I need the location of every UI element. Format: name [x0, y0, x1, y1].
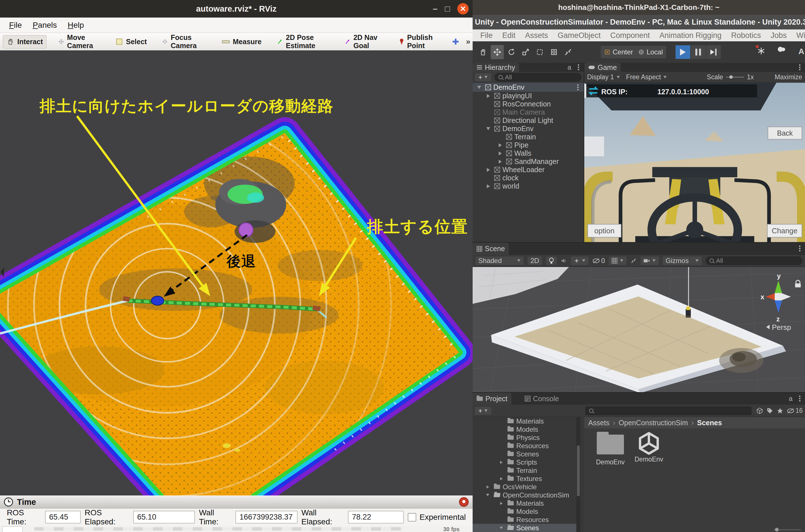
scene-menu-icon[interactable] [577, 87, 579, 88]
hierarchy-item[interactable]: world [473, 182, 584, 190]
hand-tool-button[interactable] [477, 45, 490, 59]
label-filter-button[interactable] [766, 407, 773, 414]
effects-dropdown[interactable] [571, 256, 588, 265]
expand-arrow-icon[interactable] [487, 184, 490, 188]
scene-visibility-button[interactable]: 0 [592, 257, 605, 265]
back-button[interactable]: Back [768, 127, 802, 139]
hierarchy-item[interactable]: Directional Light [473, 116, 584, 125]
scale-tool-button[interactable] [519, 45, 532, 59]
project-search-input[interactable] [585, 406, 751, 415]
menu-help[interactable]: Help [63, 21, 89, 30]
account-button[interactable]: A [799, 47, 804, 56]
menu-file[interactable]: File [475, 31, 497, 40]
project-create-button[interactable]: + [475, 407, 491, 415]
nav-goal-tool-button[interactable]: 2D Nav Goal [341, 31, 387, 52]
tab-console[interactable]: Console [521, 393, 563, 404]
project-tree-item[interactable]: Textures [473, 475, 580, 483]
publish-point-tool-button[interactable]: Publish Point [396, 31, 443, 52]
rect-tool-button[interactable] [533, 45, 546, 59]
hierarchy-item[interactable]: Terrain [473, 133, 584, 141]
expand-arrow-icon[interactable] [487, 168, 490, 172]
hierarchy-item[interactable]: WheelLoader [473, 166, 584, 174]
expand-arrow-icon[interactable] [499, 151, 502, 155]
breadcrumb-assets[interactable]: Assets [588, 419, 609, 427]
wall-elapsed-field[interactable]: 78.22 [348, 511, 403, 524]
ros-elapsed-field[interactable]: 65.10 [133, 511, 195, 524]
breadcrumb-scenes[interactable]: Scenes [697, 419, 722, 427]
menu-window[interactable]: Wind [791, 31, 805, 40]
tab-game[interactable]: Game [584, 63, 621, 72]
hierarchy-item[interactable]: playingUI [473, 92, 584, 100]
maximize-icon[interactable]: □ [445, 4, 450, 13]
change-button[interactable]: Change [767, 224, 802, 237]
hierarchy-item[interactable]: Main Camera [473, 108, 584, 116]
project-tree-item[interactable]: Materials [473, 417, 580, 425]
expand-arrow-icon[interactable] [500, 477, 503, 480]
scale-slider[interactable] [726, 77, 744, 78]
step-button[interactable] [706, 45, 721, 59]
project-tree-item[interactable]: Physics [473, 434, 580, 442]
package-filter-button[interactable] [756, 407, 763, 414]
hierarchy-item[interactable]: SandManager [473, 157, 584, 166]
lighting-toggle-button[interactable] [546, 256, 557, 265]
component-tools-button[interactable] [630, 258, 637, 264]
collapse-arrow-icon[interactable] [486, 494, 489, 496]
transform-tool-button[interactable] [547, 45, 561, 59]
menu-component[interactable]: Component [605, 31, 655, 40]
minimize-icon[interactable]: – [433, 4, 438, 13]
move-tool-button[interactable] [491, 45, 504, 59]
expand-arrow-icon[interactable] [499, 143, 502, 147]
hierarchy-search-input[interactable]: All [495, 73, 582, 81]
hierarchy-item[interactable]: Walls [473, 149, 584, 157]
lock-icon[interactable]: a [568, 63, 571, 71]
menu-file[interactable]: File [4, 21, 26, 30]
project-tree-item[interactable]: Resources [473, 442, 580, 450]
tab-scene[interactable]: Scene [473, 243, 509, 255]
menu-edit[interactable]: Edit [497, 31, 520, 40]
scene-menu-icon[interactable] [799, 248, 801, 249]
project-tree-item[interactable]: Scripts [473, 458, 580, 466]
project-tree-item[interactable]: Resources [473, 516, 580, 524]
menu-panels[interactable]: Panels [28, 21, 61, 30]
project-menu-icon[interactable] [799, 398, 801, 399]
hidden-items-button[interactable]: 16 [787, 407, 803, 415]
pivot-local-button[interactable]: Local [635, 46, 666, 58]
project-tree-item-selected[interactable]: Scenes [473, 524, 580, 532]
select-tool-button[interactable]: Select [112, 35, 150, 48]
pose-estimate-tool-button[interactable]: 2D Pose Estimate [273, 31, 333, 52]
time-panel-close-icon[interactable] [459, 497, 469, 507]
collapse-arrow-icon[interactable] [499, 527, 503, 529]
grid-dropdown[interactable] [609, 256, 626, 265]
expand-arrow-icon[interactable] [487, 94, 490, 98]
project-tree-item[interactable]: Models [473, 507, 580, 516]
wheel-loader-mini[interactable] [686, 307, 691, 318]
scene-3d-view[interactable]: y x z Persp [473, 267, 805, 393]
tab-hierarchy[interactable]: Hierarchy [473, 63, 519, 72]
menu-animation-rigging[interactable]: Animation Rigging [655, 31, 726, 40]
pause-button[interactable] [691, 45, 706, 59]
pivot-center-button[interactable]: Center [601, 46, 636, 58]
menu-assets[interactable]: Assets [520, 31, 553, 40]
camera-dropdown[interactable] [641, 256, 659, 265]
focus-camera-tool-button[interactable]: Focus Camera [159, 31, 209, 52]
expand-arrow-icon[interactable] [487, 485, 489, 488]
hierarchy-item[interactable]: RosConnection [473, 100, 584, 108]
reset-button[interactable] [2, 526, 23, 532]
move-camera-tool-button[interactable]: Move Camera [55, 31, 104, 52]
breadcrumb-openconstructionsim[interactable]: OpenConstructionSim [619, 419, 688, 427]
maximize-button[interactable]: Maximize [775, 73, 802, 81]
project-tree-item[interactable]: OcsVehicle [473, 483, 580, 491]
game-render-view[interactable]: ROS IP: 127.0.0.1:10000 Back option Chan… [584, 83, 805, 242]
2d-toggle-button[interactable]: 2D [528, 256, 542, 265]
collapse-arrow-icon[interactable] [486, 127, 490, 130]
close-icon[interactable]: ✕ [457, 3, 469, 15]
project-tree-item[interactable]: Terrain [473, 466, 580, 475]
interact-tool-button[interactable]: Interact [3, 35, 47, 49]
lock-icon[interactable]: a [789, 395, 792, 403]
toolbar-overflow-button[interactable]: » [466, 37, 470, 46]
display-selector[interactable]: Display 1 [587, 73, 620, 81]
asset-scene-demoenv[interactable]: DemoEnv [629, 432, 669, 463]
ros-time-field[interactable]: 65.45 [45, 511, 80, 524]
hierarchy-item[interactable]: clock [473, 174, 584, 182]
project-tree-item[interactable]: OpenConstructionSim [473, 491, 580, 499]
